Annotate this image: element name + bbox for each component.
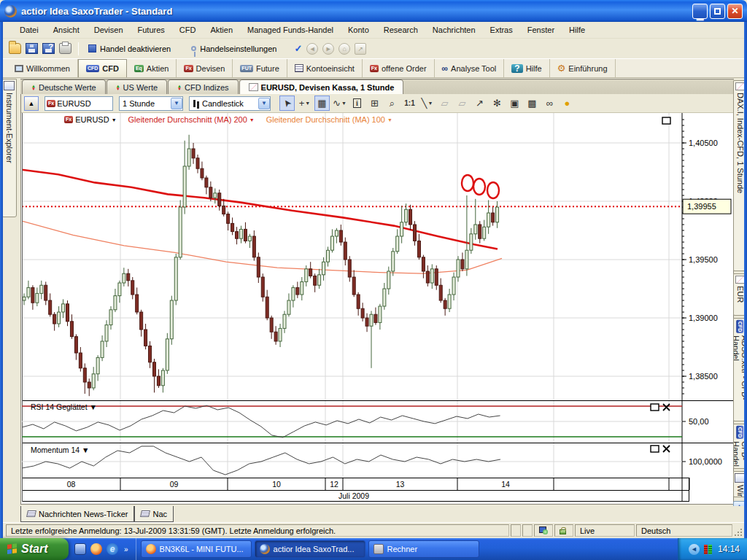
menu-item-futures[interactable]: Futures xyxy=(131,23,171,37)
cursor-icon[interactable]: ➤ xyxy=(279,96,295,111)
start-button[interactable]: Start xyxy=(0,538,69,560)
candle-body xyxy=(70,322,73,337)
bottom-tab-nac[interactable]: Nac xyxy=(134,506,174,522)
app-tab-future[interactable]: FUTFuture xyxy=(233,59,287,77)
minimize-button[interactable]: ▁ xyxy=(692,4,708,19)
resize-grip[interactable] xyxy=(734,528,743,537)
forward-button[interactable]: ► xyxy=(322,43,334,55)
line-tool-icon[interactable]: ╲▼ xyxy=(419,96,435,111)
menu-item-extras[interactable]: Extras xyxy=(484,23,519,37)
task-button-actior-idea-saxotrad-[interactable]: actior Idea SaxoTrad... xyxy=(255,540,365,558)
menu-item-konto[interactable]: Konto xyxy=(341,23,376,37)
info-icon[interactable]: i xyxy=(349,96,365,111)
doc-tab-label: Deutsche Werte xyxy=(39,83,96,92)
right-tab-label: DAX.I, Index-CFD, 1 Stunde xyxy=(736,93,745,193)
menu-item-fenster[interactable]: Fenster xyxy=(521,23,561,37)
menu-item-aktien[interactable]: Aktien xyxy=(204,23,239,37)
open-icon[interactable] xyxy=(9,43,21,54)
app-tab-devisen[interactable]: FxDevisen xyxy=(177,59,233,77)
menu-item-devisen[interactable]: Devisen xyxy=(88,23,130,37)
connection-status-icon[interactable] xyxy=(704,545,713,554)
candle-body xyxy=(222,206,225,214)
task-button-rechner[interactable]: Rechner xyxy=(368,540,479,558)
grid-icon[interactable]: ▦ xyxy=(314,96,330,111)
quick-launch-overflow-chevron[interactable]: » xyxy=(124,545,128,553)
symbol-input[interactable]: Fx EURUSD xyxy=(44,96,113,111)
one-to-one-icon[interactable]: 1:1 xyxy=(402,96,417,111)
detach-button[interactable]: ↗ xyxy=(355,43,366,55)
chart-settings-icon[interactable]: ▩ xyxy=(525,96,540,111)
menu-item-ansicht[interactable]: Ansicht xyxy=(47,23,86,37)
menu-item-research[interactable]: Research xyxy=(377,23,425,37)
zoom-icon[interactable]: ⌕ xyxy=(384,96,400,111)
candle-body xyxy=(144,330,147,346)
home-button[interactable]: ⌂ xyxy=(338,43,350,55)
doc-tab-eurusd-devisen-kassa-1-stunde[interactable]: EURUSD, Devisen Kassa, 1 Stunde xyxy=(239,79,404,94)
app-tab-kontoeinsicht[interactable]: Kontoeinsicht xyxy=(287,59,363,77)
menu-item-cfd[interactable]: CFD xyxy=(173,23,203,37)
price-pane-maximize-button[interactable] xyxy=(662,117,670,124)
legend-item-0[interactable]: FxEURUSD▼ xyxy=(64,115,117,124)
trend-arrow-icon[interactable]: ↗ xyxy=(472,96,487,111)
alarm-bell-icon[interactable]: ● xyxy=(560,96,575,111)
add-label-icon[interactable]: ⊞ xyxy=(367,96,382,111)
fut-badge: FUT xyxy=(240,65,253,72)
app-tab-cfd[interactable]: CFDCFD xyxy=(78,59,127,77)
trade-disable-icon xyxy=(88,44,96,52)
colors-icon[interactable]: ✻ xyxy=(489,96,505,111)
app-tab-aktien[interactable]: EqAktien xyxy=(127,59,177,77)
right-tab-label: EUR xyxy=(736,286,745,303)
app-tab-label: Kontoeinsicht xyxy=(306,64,355,73)
candle-body xyxy=(396,236,399,252)
candle-body xyxy=(149,346,152,362)
menu-item-hilfe[interactable]: Hilfe xyxy=(562,23,592,37)
doc-tab-us-werte[interactable]: ▲▼US Werte xyxy=(107,79,167,94)
close-button[interactable]: ✕ xyxy=(727,4,743,19)
eraser-all-icon[interactable]: ▱ xyxy=(454,96,470,111)
chart-type-select[interactable]: Candlestick ▼ xyxy=(189,96,271,111)
quick-launch-app-icon[interactable] xyxy=(74,543,86,555)
doc-tab-cfd-indizes[interactable]: ▲▼CFD Indizes xyxy=(168,79,238,94)
app-tab-willkommen[interactable]: Willkommen xyxy=(7,59,78,77)
rsi-pane-maximize-button[interactable] xyxy=(651,404,659,411)
app-tab-offene-order[interactable]: Fxoffene Order xyxy=(363,59,435,77)
app-tab-label: Hilfe xyxy=(526,64,542,73)
internet-explorer-icon[interactable]: e xyxy=(107,543,118,555)
maximize-button[interactable] xyxy=(710,4,725,19)
app-tab-einführung[interactable]: ⚙Einführung xyxy=(550,59,616,77)
app-tab-hilfe[interactable]: ?Hilfe xyxy=(504,59,549,77)
app-tab-analyse-tool[interactable]: ∞Analyse Tool xyxy=(435,59,505,77)
cfd-badge: CFD xyxy=(86,65,99,72)
print-icon[interactable] xyxy=(59,43,71,54)
momentum-pane-maximize-button[interactable] xyxy=(651,446,659,452)
menu-bar: DateiAnsichtDevisenFuturesCFDAktienManag… xyxy=(3,22,744,39)
price-axis-label: 1,40500 xyxy=(689,139,718,147)
firefox-icon[interactable] xyxy=(90,543,102,555)
menu-item-managed-funds-handel[interactable]: Managed Funds-Handel xyxy=(241,23,340,37)
period-select[interactable]: 1 Stunde ▼ xyxy=(119,96,183,111)
link-icon[interactable]: ∞ xyxy=(542,96,557,111)
candle-body xyxy=(31,287,34,303)
crosshair-icon[interactable]: +▼ xyxy=(297,96,312,111)
back-button[interactable]: ◄ xyxy=(306,43,318,55)
collapse-panel-button[interactable]: ▲ xyxy=(24,96,39,111)
template-icon[interactable]: ▣ xyxy=(507,96,522,111)
legend-item-1[interactable]: Gleitender Durchschnitt (MA) 200▼ xyxy=(128,115,255,124)
save-icon[interactable] xyxy=(26,43,38,54)
doc-tab-deutsche-werte[interactable]: ▲▼Deutsche Werte xyxy=(22,79,106,94)
confirm-check-icon[interactable]: ✓ xyxy=(294,43,302,54)
candle-body xyxy=(492,213,495,222)
menu-item-datei[interactable]: Datei xyxy=(13,23,45,37)
trade-settings-button[interactable]: Handelseinstellungen xyxy=(188,43,279,55)
tray-collapse-chevron[interactable]: ◄ xyxy=(689,544,700,555)
bottom-tab-nachrichten-news-ticker[interactable]: Nachrichten News-Ticker xyxy=(20,506,134,522)
trade-disable-button[interactable]: Handel deaktivieren xyxy=(85,43,174,55)
task-button-bn3k6l-mini-futu-[interactable]: BN3K6L - MINI FUTU... xyxy=(141,540,252,558)
sidebar-tab-instrument-explorer[interactable]: Instrument-Explorer xyxy=(1,79,17,217)
indicator-icon[interactable]: ∿▼ xyxy=(332,96,347,111)
legend-item-2[interactable]: Gleitender Durchschnitt (MA) 100▼ xyxy=(266,115,392,124)
day-label: 10 xyxy=(272,480,281,489)
menu-item-nachrichten[interactable]: Nachrichten xyxy=(426,23,482,37)
eraser-icon[interactable]: ▱ xyxy=(437,96,452,111)
save-as-icon[interactable] xyxy=(42,43,55,54)
